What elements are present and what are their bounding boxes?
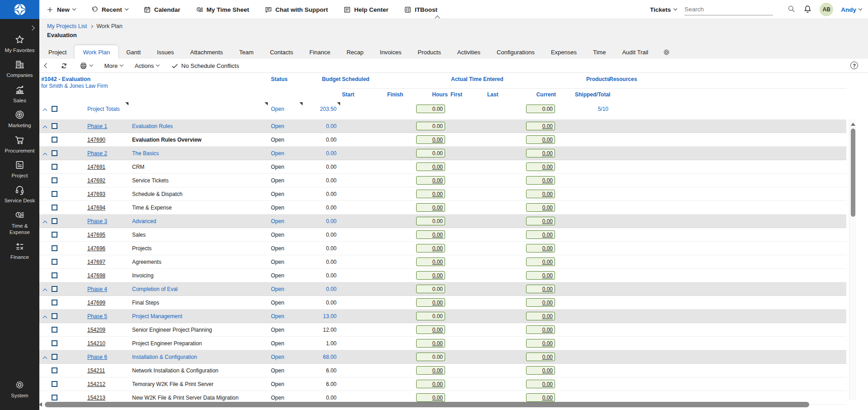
project-id-title[interactable]: #1042 - Evaluation (41, 76, 90, 82)
scheduled-hours-input[interactable]: 0.00 (416, 176, 445, 185)
horizontal-scrollbar-thumb[interactable] (45, 402, 809, 407)
row-checkbox[interactable] (52, 123, 57, 129)
phase-link[interactable]: Phase 5 (87, 313, 107, 319)
row-checkbox[interactable] (52, 245, 57, 251)
scheduled-hours-input[interactable]: 0.00 (416, 339, 445, 348)
row-checkbox[interactable] (52, 313, 57, 319)
scheduled-hours-input[interactable]: 0.00 (416, 230, 445, 239)
ticket-id-link[interactable]: 147697 (87, 259, 105, 265)
collapse-chevron-icon[interactable] (43, 219, 47, 226)
phase-link[interactable]: Phase 3 (87, 218, 107, 224)
current-hours-input[interactable]: 0.00 (526, 271, 555, 280)
collapse-header-chevron[interactable] (436, 14, 439, 22)
ticket-id-link[interactable]: 147699 (87, 300, 105, 306)
nav-item-calendar[interactable]: Calendar (143, 6, 180, 14)
ticket-id-link[interactable]: 147696 (87, 245, 105, 252)
scroll-left-arrow[interactable] (39, 402, 42, 407)
tab-attachments[interactable]: Attachments (182, 45, 231, 59)
nav-item-my-time-sheet[interactable]: My Time Sheet (196, 6, 249, 14)
scheduled-hours-input[interactable]: 0.00 (416, 312, 445, 320)
row-checkbox[interactable] (52, 150, 57, 156)
current-hours-input[interactable]: 0.00 (526, 217, 555, 225)
sidebar-item-my-favorites[interactable]: My Favorites (0, 34, 39, 53)
ticket-id-link[interactable]: 147691 (87, 164, 105, 170)
current-hours-input[interactable]: 0.00 (526, 325, 555, 334)
tab-issues[interactable]: Issues (149, 45, 182, 59)
sidebar-item-system[interactable]: System (0, 380, 39, 399)
nav-item-chat-with-support[interactable]: Chat with Support (265, 6, 328, 14)
ticket-id-link[interactable]: 147693 (87, 191, 105, 197)
current-hours-input[interactable]: 0.00 (526, 285, 555, 293)
tab-activities[interactable]: Activities (449, 45, 489, 59)
help-icon[interactable]: ? (850, 62, 858, 69)
ticket-id-link[interactable]: 154210 (87, 340, 105, 347)
collapse-chevron-icon[interactable] (43, 287, 47, 294)
row-checkbox[interactable] (52, 327, 57, 333)
phase-link[interactable]: Phase 4 (87, 286, 107, 292)
row-checkbox[interactable] (52, 218, 57, 224)
scheduled-hours-input[interactable]: 0.00 (416, 271, 445, 280)
ticket-id-link[interactable]: 154212 (87, 381, 105, 387)
ticket-id-link[interactable]: 147695 (87, 232, 105, 238)
project-company-subtitle[interactable]: for Smith & Jones Law Firm (41, 83, 108, 89)
ticket-id-link[interactable]: 147698 (87, 272, 105, 279)
scheduled-hours-input[interactable]: 0.00 (416, 380, 445, 388)
scroll-up-arrow[interactable] (851, 123, 855, 126)
current-hours-input[interactable]: 0.00 (526, 230, 555, 239)
horizontal-scrollbar[interactable] (39, 401, 848, 408)
current-hours-input[interactable]: 0.00 (526, 244, 555, 253)
current-hours-input[interactable]: 0.00 (526, 203, 555, 212)
connectwise-logo[interactable] (0, 0, 39, 19)
scheduled-hours-input[interactable]: 0.00 (416, 217, 445, 225)
scheduled-hours-input[interactable]: 0.00 (416, 203, 445, 212)
sidebar-item-companies[interactable]: Companies (0, 59, 39, 78)
nav-item-itboost[interactable]: ITBoost (404, 6, 437, 14)
scheduled-hours-input[interactable]: 0.00 (416, 105, 445, 113)
tab-products[interactable]: Products (409, 45, 449, 59)
tab-contacts[interactable]: Contacts (262, 45, 301, 59)
back-button[interactable] (45, 64, 48, 67)
current-hours-input[interactable]: 0.00 (526, 122, 555, 130)
collapse-chevron-icon[interactable] (43, 124, 47, 131)
more-menu[interactable]: More (104, 62, 123, 69)
current-hours-input[interactable]: 0.00 (526, 176, 555, 185)
tab-configurations[interactable]: Configurations (489, 45, 543, 59)
shipped-total-value[interactable]: 5/10 (575, 106, 608, 112)
refresh-button[interactable] (60, 62, 68, 70)
collapse-chevron-icon[interactable] (43, 315, 47, 321)
current-hours-input[interactable]: 0.00 (526, 298, 555, 307)
current-hours-input[interactable]: 0.00 (526, 353, 555, 361)
sidebar-item-procurement[interactable]: Procurement (0, 135, 39, 154)
scheduled-hours-input[interactable]: 0.00 (416, 162, 445, 171)
vertical-scrollbar-thumb[interactable] (851, 129, 855, 217)
collapse-chevron-icon[interactable] (43, 107, 47, 114)
nav-item-new[interactable]: New (46, 6, 76, 14)
row-checkbox[interactable] (52, 395, 57, 400)
ticket-id-link[interactable]: 147690 (87, 137, 105, 143)
sidebar-item-project[interactable]: Project (0, 160, 39, 179)
current-hours-input[interactable]: 0.00 (526, 312, 555, 320)
nav-item-help-center[interactable]: Help Center (343, 6, 389, 14)
row-checkbox[interactable] (52, 259, 57, 265)
tickets-dropdown[interactable]: Tickets (650, 6, 677, 13)
notifications-bell-icon[interactable] (803, 5, 812, 15)
current-hours-input[interactable]: 0.00 (526, 105, 555, 113)
breadcrumb-link-my-projects-list[interactable]: My Projects List (47, 23, 87, 29)
nav-item-recent[interactable]: Recent (91, 6, 128, 14)
scheduled-hours-input[interactable]: 0.00 (416, 190, 445, 198)
vertical-scrollbar[interactable] (849, 119, 856, 400)
tab-time[interactable]: Time (585, 45, 614, 59)
row-checkbox[interactable] (52, 232, 57, 238)
ticket-id-link[interactable]: 154211 (87, 367, 105, 374)
actions-menu[interactable]: Actions (135, 62, 159, 69)
avatar[interactable]: AB (820, 3, 833, 16)
row-checkbox[interactable] (52, 381, 57, 387)
ticket-id-link[interactable]: 154213 (87, 395, 105, 401)
row-checkbox[interactable] (52, 177, 57, 183)
sidebar-item-sales[interactable]: Sales (0, 85, 39, 104)
tab-work-plan[interactable]: Work Plan (75, 45, 118, 59)
tab-recap[interactable]: Recap (338, 45, 372, 59)
sidebar-item-marketing[interactable]: Marketing (0, 110, 39, 129)
tab-project[interactable]: Project (40, 45, 75, 59)
tab-audit-trail[interactable]: Audit Trail (614, 45, 656, 59)
